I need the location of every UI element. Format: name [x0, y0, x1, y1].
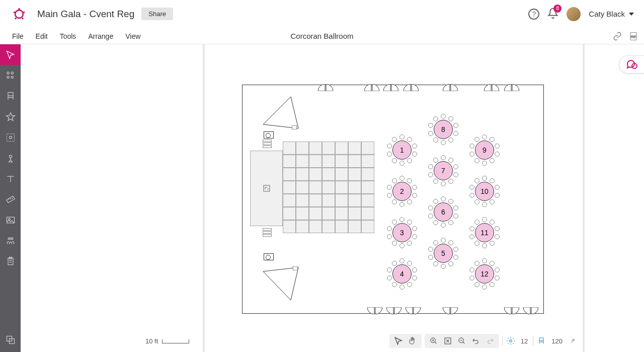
table-11[interactable]: 11 [475, 223, 494, 242]
avatar[interactable] [567, 7, 581, 21]
menu-view[interactable]: View [119, 29, 146, 43]
share-button[interactable]: Share [141, 8, 173, 20]
menu-arrange[interactable]: Arrange [82, 29, 119, 43]
user-name: Caty Black [589, 10, 625, 18]
table-8[interactable]: 8 [434, 120, 453, 139]
tool-shapes[interactable] [0, 65, 21, 86]
svg-rect-12 [8, 92, 13, 96]
svg-point-10 [7, 76, 9, 78]
tool-people[interactable] [0, 230, 21, 251]
tool-image[interactable] [0, 209, 21, 230]
chat-button[interactable] [619, 55, 644, 74]
tool-cursor[interactable] [0, 44, 21, 65]
tool-text[interactable] [0, 168, 21, 189]
chair-count-icon [536, 336, 546, 346]
chevron-down-icon [629, 13, 634, 16]
speaker-object[interactable] [264, 131, 274, 138]
tool-chair[interactable] [0, 86, 21, 106]
tool-ruler[interactable] [0, 189, 21, 209]
table-7[interactable]: 7 [434, 161, 453, 180]
svg-rect-30 [293, 266, 298, 270]
select-tool-icon[interactable] [393, 336, 404, 346]
svg-point-0 [15, 10, 23, 18]
table-1[interactable]: 1 [392, 140, 412, 160]
tool-star[interactable] [0, 106, 21, 127]
zoom-in-icon[interactable] [429, 336, 439, 346]
table-4[interactable]: 4 [392, 264, 412, 284]
table-10[interactable]: 10 [475, 182, 494, 201]
link-icon[interactable] [613, 32, 622, 41]
svg-point-1 [18, 8, 20, 10]
tool-settings-box[interactable] [0, 127, 21, 148]
table-9[interactable]: 9 [475, 140, 494, 160]
svg-marker-29 [263, 267, 298, 300]
svg-point-15 [9, 136, 12, 138]
scale-label: 10 ft [145, 337, 158, 345]
svg-point-16 [9, 155, 12, 158]
table-settings-icon[interactable] [506, 336, 516, 346]
zoom-fit-icon[interactable] [443, 336, 453, 346]
table-6[interactable]: 6 [434, 202, 453, 222]
svg-point-2 [23, 11, 25, 13]
table-3[interactable]: 3 [392, 223, 412, 242]
room-name: Corcoran Ballroom [290, 32, 353, 40]
tool-pin-person[interactable] [0, 148, 21, 168]
svg-point-22 [10, 238, 11, 239]
speaker-object[interactable] [264, 253, 274, 260]
diagram-title: Main Gala - Cvent Reg [37, 9, 134, 20]
svg-point-5 [14, 11, 16, 13]
menu-edit[interactable]: Edit [30, 29, 54, 43]
svg-rect-31 [264, 185, 270, 191]
tool-clipboard[interactable] [0, 251, 21, 271]
svg-point-9 [11, 72, 13, 74]
notification-badge: 8 [553, 5, 561, 13]
seat-count: 120 [551, 337, 562, 345]
svg-point-3 [22, 18, 24, 20]
table-5[interactable]: 5 [434, 244, 453, 263]
svg-rect-28 [292, 125, 297, 129]
help-icon[interactable]: ? [528, 9, 539, 20]
user-menu[interactable]: Caty Black [589, 10, 634, 18]
zoom-out-icon[interactable] [457, 336, 467, 346]
pan-tool-icon[interactable] [408, 336, 418, 346]
svg-point-11 [11, 76, 13, 78]
scale-bar [162, 339, 189, 343]
tool-layers[interactable] [0, 329, 21, 350]
svg-rect-36 [539, 338, 543, 340]
dancefloor-object[interactable] [283, 142, 374, 233]
expand-icon[interactable] [568, 336, 578, 346]
floorplan[interactable]: 123487659101112 [242, 85, 544, 314]
svg-rect-14 [7, 133, 14, 141]
svg-marker-27 [263, 97, 298, 128]
stage-object[interactable] [250, 151, 283, 226]
svg-marker-13 [6, 112, 15, 120]
app-logo[interactable] [12, 7, 26, 21]
svg-point-4 [15, 18, 17, 20]
table-12[interactable]: 12 [475, 264, 494, 284]
notifications-button[interactable]: 8 [547, 8, 558, 21]
pdf-icon[interactable]: PDF [629, 32, 638, 41]
svg-text:PDF: PDF [631, 35, 636, 38]
svg-point-35 [510, 340, 512, 342]
svg-point-8 [7, 72, 9, 74]
menu-file[interactable]: File [6, 29, 30, 43]
redo-icon[interactable] [485, 336, 495, 346]
undo-icon[interactable] [471, 336, 481, 346]
table-2[interactable]: 2 [392, 182, 412, 201]
table-count: 12 [521, 337, 528, 345]
menu-tools[interactable]: Tools [54, 29, 83, 43]
